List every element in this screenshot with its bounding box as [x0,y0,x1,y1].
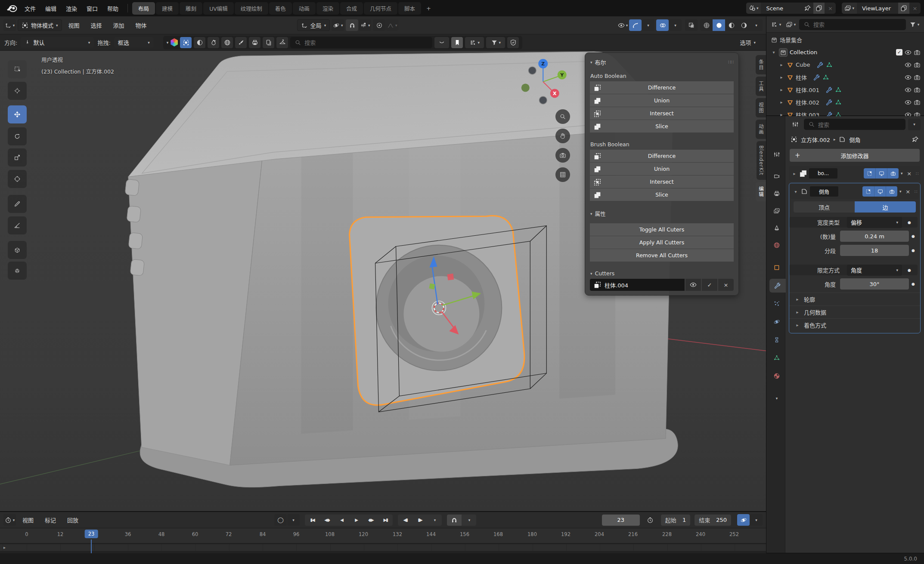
render-camera-icon[interactable] [914,74,921,81]
brush-boolean-button[interactable]: Intersect [590,176,734,188]
collapsed-section[interactable]: ▸轮廓 [789,293,920,305]
visibility-dropdown[interactable]: ▾ [617,19,629,31]
modifier-wrench-icon[interactable] [813,74,820,81]
asset-type-material-button[interactable] [194,37,205,48]
current-frame-field[interactable]: 23 [602,515,640,526]
shading-wireframe-button[interactable] [700,19,713,31]
render-camera-icon[interactable] [914,49,921,56]
workspace-tab[interactable]: 几何节点 [364,2,397,15]
workspace-tab[interactable]: 脚本 [398,2,421,15]
snap-toggle[interactable] [346,19,358,31]
shield-check-icon[interactable] [507,37,519,48]
delete-modifier-button[interactable]: × [905,170,914,177]
drag-handle-icon[interactable]: ∷∷ [728,59,733,65]
falloff-dropdown[interactable]: ▾ [386,19,398,31]
sidebar-tab[interactable]: 工具 [756,77,766,96]
modifier-row-bevel[interactable]: ▾ 倒角 ▾ × ∷ [790,184,919,199]
workspace-tab[interactable]: 着色 [269,2,292,15]
editor-type-button[interactable]: ▾ [3,19,16,31]
tab-modifiers[interactable] [769,279,786,293]
tab-tool[interactable] [769,148,784,161]
overlays-dropdown[interactable]: ▾ [669,19,682,31]
play-reverse-button[interactable]: ◀ [334,515,349,526]
attributes-heading[interactable]: ▾属性 [590,210,733,218]
step-back-button[interactable]: ◀▮ [398,515,412,526]
cutter-apply-button[interactable]: ✓ [702,279,717,291]
asset-type-brush-button[interactable] [208,37,219,48]
collapsed-section[interactable]: ▸几何数据 [789,305,920,318]
modifier-extras-dropdown[interactable]: ▾ [899,189,902,194]
stopwatch-icon[interactable] [644,514,657,526]
mode-dropdown[interactable]: 物体模式▾ [18,19,62,31]
workspace-tab[interactable]: 合成 [340,2,363,15]
tab-scene[interactable] [769,221,784,235]
mesh-data-icon[interactable] [822,74,829,81]
orientation-dropdown[interactable]: 全局▾ [297,19,330,31]
hide-eye-icon[interactable] [905,62,912,68]
expand-icon[interactable]: ▸ [778,100,784,105]
delete-modifier-button[interactable]: × [904,188,912,195]
tool-transform[interactable] [8,170,27,188]
scene-collection-row[interactable]: 场景集合 [766,34,924,46]
scene-browse-button[interactable]: ▾ [746,3,761,14]
viewport-menu[interactable]: 视图 [64,19,84,31]
properties-options-dropdown[interactable]: ▾ [908,119,921,130]
add-workspace-button[interactable]: + [422,3,435,14]
sidebar-tab[interactable]: 条目 [756,55,766,74]
hide-eye-icon[interactable] [905,99,912,106]
mesh-data-icon[interactable] [835,99,842,106]
tool-add-cube[interactable] [8,241,27,259]
object-row[interactable]: ▸ 柱体.001 [766,83,924,96]
tool-scale[interactable] [8,148,27,166]
delete-scene-button[interactable]: × [825,3,836,14]
properties-editor-type-button[interactable] [789,119,801,130]
property-value-widget[interactable]: 0.24 m▾ [840,231,909,242]
workspace-tab[interactable]: 动画 [293,2,316,15]
expand-icon[interactable]: ▸ [791,171,797,176]
overlays-toggle[interactable] [656,19,669,31]
outliner-filter-dropdown[interactable]: ▾ [908,18,921,30]
property-value-widget[interactable]: 18▾ [840,245,909,256]
topbar-menu[interactable]: 文件 [20,3,40,14]
workspace-tab[interactable]: 雕刻 [180,2,202,15]
modifier-wrench-icon[interactable] [817,62,824,68]
viewlayer-browse-button[interactable]: ▾ [842,3,857,14]
boolean-panel-header[interactable]: ▾ 布尔 ∷∷ [585,55,738,70]
tool-box-primitive[interactable] [8,262,27,280]
expand-icon[interactable]: ▸ [778,112,784,116]
tab-constraints[interactable] [769,333,784,347]
tab-object[interactable] [769,261,784,274]
render-camera-icon[interactable] [914,111,921,117]
keyframe-dot[interactable]: ● [909,248,918,253]
blenderkit-free-toggle[interactable] [434,37,449,48]
autokey-toggle[interactable]: ◯ [274,514,287,526]
hide-eye-icon[interactable] [905,49,912,56]
viewport-menu[interactable]: 选择 [86,19,107,31]
tool-rotate[interactable] [8,127,27,145]
timeline-snap-toggle[interactable] [447,515,462,526]
tool-annotate[interactable] [8,195,27,213]
workspace-tab[interactable]: 纹理绘制 [235,2,268,15]
xray-toggle[interactable] [685,19,698,31]
timeline-snap-dropdown[interactable]: ▾ [462,515,476,526]
tab-physics[interactable] [769,315,784,329]
render-camera-icon[interactable] [914,86,921,93]
tool-measure[interactable] [8,216,27,234]
outliner-display-mode-dropdown[interactable]: ▾ [784,18,797,30]
collapse-icon[interactable]: ▾ [793,189,799,194]
drag-dropdown[interactable]: 框选▾ [114,37,154,48]
expand-icon[interactable]: ▸ [778,87,784,92]
asset-type-nodes-button[interactable] [263,37,274,48]
rail-more-icon[interactable]: ▾ [769,391,784,405]
render-toggle[interactable] [886,186,897,197]
options-dropdown[interactable]: 选项▾ [740,38,762,46]
camera-view-gadget[interactable] [555,148,570,163]
tab-material[interactable] [769,369,784,383]
outliner-search-input[interactable]: 搜索 [799,19,906,30]
tab-render[interactable] [769,170,784,183]
jump-to-end-button[interactable]: ▶▮ [378,515,393,526]
auto-boolean-button[interactable]: Union [590,94,734,107]
expand-icon[interactable]: ▸ [778,62,784,67]
delete-viewlayer-button[interactable]: × [909,3,921,14]
expand-icon[interactable]: ▸ [778,75,784,80]
